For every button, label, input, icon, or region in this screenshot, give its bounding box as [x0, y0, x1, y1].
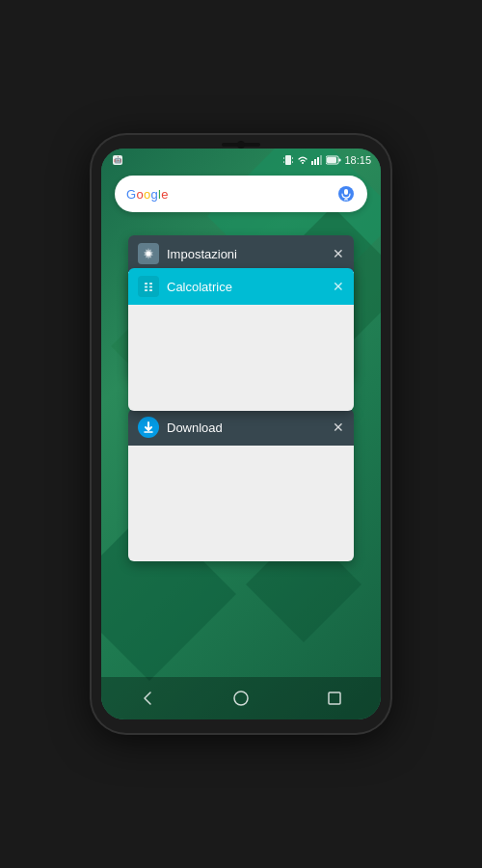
impostazioni-title: Impostazioni	[167, 247, 237, 261]
svg-rect-6	[292, 161, 293, 163]
phone-screen: 🤖	[101, 149, 381, 719]
svg-rect-25	[149, 289, 152, 291]
status-left-icons: 🤖	[111, 153, 124, 167]
card-title-row-download: Download	[138, 417, 223, 438]
impostazioni-close-button[interactable]: ✕	[333, 247, 344, 260]
status-time: 18:15	[344, 154, 371, 166]
card-title-row: Impostazioni	[138, 243, 237, 264]
wifi-icon	[297, 154, 308, 166]
calcolatrice-title: Calcolatrice	[167, 280, 232, 294]
svg-rect-15	[344, 189, 348, 195]
calcolatrice-close-button[interactable]: ✕	[333, 280, 344, 293]
calcolatrice-card-body	[128, 305, 354, 411]
svg-rect-9	[317, 157, 319, 165]
download-title: Download	[167, 420, 223, 435]
vibrate-icon	[282, 154, 294, 166]
card-header-impostazioni: Impostazioni ✕	[128, 235, 354, 272]
status-bar: 🤖	[101, 149, 381, 172]
svg-rect-3	[283, 157, 284, 159]
battery-icon	[326, 155, 341, 165]
search-bar[interactable]: Google	[115, 176, 367, 212]
svg-text:🤖: 🤖	[114, 155, 122, 164]
recents-button[interactable]	[320, 684, 349, 713]
svg-rect-7	[311, 161, 313, 165]
app-card-download[interactable]: Download ✕	[128, 409, 354, 561]
phone-frame: 🤖	[92, 135, 390, 733]
svg-rect-19	[143, 281, 154, 292]
svg-rect-8	[314, 159, 316, 165]
download-close-button[interactable]: ✕	[333, 420, 344, 434]
svg-rect-4	[292, 157, 293, 159]
front-camera	[237, 141, 245, 149]
navigation-bar	[101, 677, 381, 719]
app-card-calcolatrice[interactable]: Calcolatrice ✕	[128, 268, 354, 411]
download-card-body	[128, 446, 354, 561]
svg-rect-23	[149, 286, 152, 288]
card-header-calcolatrice: Calcolatrice ✕	[128, 268, 354, 305]
svg-point-28	[234, 692, 248, 705]
svg-rect-22	[145, 286, 147, 288]
calc-app-icon	[138, 276, 159, 297]
svg-rect-24	[145, 289, 147, 291]
status-right-icons: 18:15	[282, 154, 371, 166]
settings-app-icon	[138, 243, 159, 264]
recents-area: Impostazioni ✕	[101, 226, 381, 677]
google-logo: Google	[126, 187, 169, 202]
notification-icon: 🤖	[111, 153, 124, 167]
svg-rect-10	[320, 155, 322, 165]
card-title-row-calc: Calcolatrice	[138, 276, 232, 297]
svg-rect-29	[329, 692, 340, 704]
home-button[interactable]	[227, 684, 255, 713]
svg-rect-20	[145, 283, 147, 285]
mic-icon[interactable]	[336, 184, 356, 203]
signal-icon	[311, 154, 323, 166]
download-app-icon	[138, 417, 159, 438]
svg-rect-21	[149, 283, 152, 285]
svg-rect-5	[283, 161, 284, 163]
svg-rect-2	[285, 155, 291, 165]
svg-rect-12	[339, 159, 341, 162]
back-button[interactable]	[133, 684, 162, 713]
svg-rect-13	[327, 157, 336, 163]
card-header-download: Download ✕	[128, 409, 354, 446]
